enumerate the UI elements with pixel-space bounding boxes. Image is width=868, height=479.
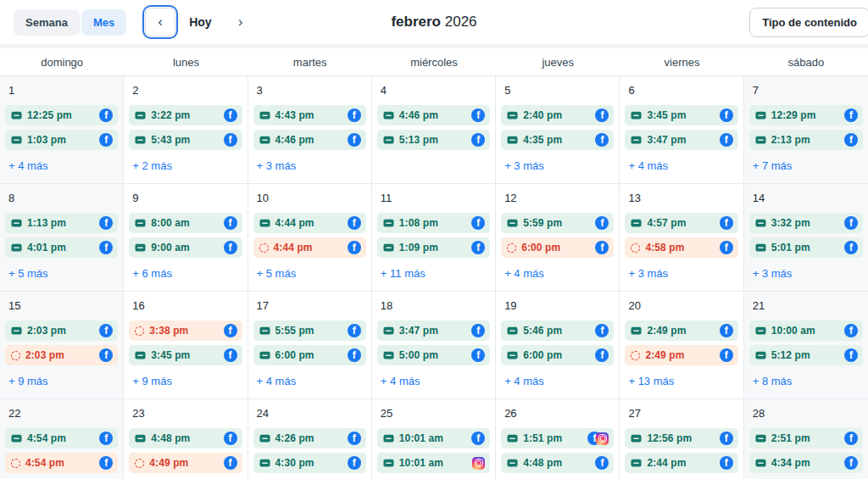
published-post-chip[interactable]: 4:46 pmf bbox=[377, 105, 490, 125]
published-post-chip[interactable]: 2:03 pmf bbox=[5, 320, 118, 341]
published-post-chip[interactable]: 2:51 pmf bbox=[749, 428, 863, 448]
published-post-chip[interactable]: 6:00 pmf bbox=[501, 345, 614, 365]
published-post-chip[interactable]: 4:54 pmf bbox=[5, 428, 118, 448]
day-cell-19: 195:46 pmf6:00 pmf+ 4 más bbox=[496, 292, 620, 399]
more-posts-link[interactable]: + 6 más bbox=[132, 267, 242, 280]
more-posts-link[interactable]: + 13 más bbox=[628, 375, 737, 387]
published-post-chip[interactable]: 12:29 pmf bbox=[749, 105, 863, 125]
published-post-chip[interactable]: 2:40 pmf bbox=[501, 105, 614, 125]
published-post-chip[interactable]: 5:55 pmf bbox=[253, 320, 366, 341]
scheduled-post-chip[interactable]: 4:58 pmf bbox=[625, 237, 737, 258]
scheduled-post-chip[interactable]: 6:00 pmf bbox=[501, 237, 614, 258]
published-post-chip[interactable]: 5:00 pmf bbox=[377, 345, 490, 365]
published-post-chip[interactable]: 5:46 pmf bbox=[501, 320, 614, 341]
scheduled-post-chip[interactable]: 2:49 pmf bbox=[625, 345, 737, 365]
scheduled-post-chip[interactable]: 4:49 pmf bbox=[129, 453, 242, 473]
published-post-chip[interactable]: 4:26 pmf bbox=[253, 428, 366, 448]
published-post-chip[interactable]: 4:35 pmf bbox=[501, 130, 614, 150]
published-post-chip[interactable]: 3:47 pmf bbox=[377, 320, 490, 341]
published-post-chip[interactable]: 3:32 pmf bbox=[749, 213, 863, 233]
facebook-icon: f bbox=[471, 432, 485, 445]
published-post-icon bbox=[755, 242, 766, 253]
published-post-chip[interactable]: 4:34 pmf bbox=[749, 453, 863, 473]
published-post-chip[interactable]: 4:48 pmf bbox=[129, 428, 242, 448]
published-post-chip[interactable]: 4:46 pmf bbox=[253, 130, 366, 150]
published-post-icon bbox=[755, 350, 766, 361]
more-posts-link[interactable]: + 4 más bbox=[8, 159, 118, 172]
published-post-chip[interactable]: 9:00 amf bbox=[129, 237, 242, 258]
post-time: 10:00 am bbox=[771, 325, 815, 337]
more-posts-link[interactable]: + 9 más bbox=[132, 375, 242, 387]
published-post-chip[interactable]: 8:00 amf bbox=[129, 213, 242, 233]
published-post-chip[interactable]: 1:51 pmf bbox=[501, 428, 614, 448]
more-posts-link[interactable]: + 3 más bbox=[504, 159, 614, 172]
published-post-chip[interactable]: 4:44 pmf bbox=[253, 213, 366, 233]
more-posts-link[interactable]: + 2 más bbox=[132, 159, 242, 172]
published-post-chip[interactable]: 10:00 amf bbox=[749, 320, 863, 341]
published-post-chip[interactable]: 4:48 pmf bbox=[501, 453, 614, 473]
published-post-icon bbox=[259, 110, 270, 121]
post-time: 3:45 pm bbox=[151, 349, 190, 361]
more-posts-link[interactable]: + 5 más bbox=[8, 267, 118, 280]
more-posts-link[interactable]: + 4 más bbox=[628, 159, 737, 172]
published-post-chip[interactable]: 12:25 pmf bbox=[5, 105, 118, 125]
published-post-chip[interactable]: 10:01 amf bbox=[377, 428, 490, 448]
published-post-chip[interactable]: 12:56 pmf bbox=[625, 428, 737, 448]
published-post-icon bbox=[631, 433, 642, 444]
more-posts-link[interactable]: + 7 más bbox=[753, 159, 863, 172]
platform-badges: f bbox=[99, 109, 113, 122]
scheduled-post-chip[interactable]: 3:38 pmf bbox=[129, 320, 242, 341]
month-view-button[interactable]: Mes bbox=[81, 9, 126, 36]
content-type-filter-button[interactable]: Tipo de contenido bbox=[749, 8, 868, 37]
published-post-chip[interactable]: 2:49 pmf bbox=[625, 320, 737, 341]
published-post-chip[interactable]: 1:03 pmf bbox=[5, 130, 118, 150]
more-posts-link[interactable]: + 4 más bbox=[381, 375, 490, 387]
day-cell-28: 282:51 pmf4:34 pmf bbox=[744, 399, 868, 479]
more-posts-link[interactable]: + 8 más bbox=[753, 375, 863, 387]
previous-month-button[interactable]: ‹ bbox=[145, 8, 175, 36]
scheduled-post-chip[interactable]: 2:03 pmf bbox=[5, 345, 118, 365]
published-post-chip[interactable]: 4:30 pmf bbox=[253, 453, 366, 473]
next-month-button[interactable]: › bbox=[225, 8, 256, 36]
more-posts-link[interactable]: + 4 más bbox=[504, 375, 614, 387]
scheduled-post-chip[interactable]: 4:44 pmf bbox=[253, 237, 366, 258]
more-posts-link[interactable]: + 4 más bbox=[504, 267, 614, 280]
more-posts-link[interactable]: + 4 más bbox=[257, 375, 366, 387]
more-posts-link[interactable]: + 11 más bbox=[381, 267, 490, 280]
post-time: 3:32 pm bbox=[771, 217, 810, 229]
published-post-chip[interactable]: 5:13 pmf bbox=[377, 130, 490, 150]
facebook-icon: f bbox=[99, 348, 113, 362]
published-post-chip[interactable]: 3:47 pmf bbox=[625, 130, 737, 150]
published-post-chip[interactable]: 1:09 pmf bbox=[377, 237, 490, 258]
published-post-chip[interactable]: 1:08 pmf bbox=[377, 213, 490, 233]
published-post-chip[interactable]: 3:22 pmf bbox=[129, 105, 242, 125]
published-post-chip[interactable]: 4:01 pmf bbox=[5, 237, 118, 258]
published-post-chip[interactable]: 5:43 pmf bbox=[129, 130, 242, 150]
published-post-icon bbox=[11, 242, 22, 253]
platform-badges: f bbox=[844, 241, 858, 254]
facebook-icon: f bbox=[224, 456, 237, 470]
more-posts-link[interactable]: + 9 más bbox=[8, 375, 118, 387]
published-post-chip[interactable]: 5:12 pmf bbox=[749, 345, 863, 365]
published-post-chip[interactable]: 4:57 pmf bbox=[625, 213, 737, 233]
today-button[interactable]: Hoy bbox=[189, 15, 211, 29]
facebook-icon: f bbox=[595, 348, 609, 362]
published-post-chip[interactable]: 4:43 pmf bbox=[253, 105, 366, 125]
published-post-chip[interactable]: 1:13 pmf bbox=[5, 213, 118, 233]
published-post-chip[interactable]: 5:01 pmf bbox=[749, 237, 863, 258]
scheduled-post-chip[interactable]: 4:54 pmf bbox=[5, 453, 118, 473]
facebook-icon: f bbox=[844, 216, 858, 230]
published-post-chip[interactable]: 2:44 pmf bbox=[625, 453, 737, 473]
published-post-chip[interactable]: 10:01 am bbox=[377, 453, 490, 473]
published-post-chip[interactable]: 6:00 pmf bbox=[253, 345, 366, 365]
week-view-button[interactable]: Semana bbox=[14, 9, 80, 36]
more-posts-link[interactable]: + 3 más bbox=[628, 267, 737, 280]
more-posts-link[interactable]: + 3 más bbox=[753, 267, 863, 280]
published-post-chip[interactable]: 5:59 pmf bbox=[501, 213, 614, 233]
published-post-chip[interactable]: 3:45 pmf bbox=[129, 345, 242, 365]
more-posts-link[interactable]: + 3 más bbox=[257, 159, 366, 172]
published-post-chip[interactable]: 2:13 pmf bbox=[749, 130, 863, 150]
published-post-chip[interactable]: 3:45 pmf bbox=[625, 105, 737, 125]
more-posts-link[interactable]: + 5 más bbox=[257, 267, 366, 280]
post-time: 1:51 pm bbox=[523, 432, 562, 444]
